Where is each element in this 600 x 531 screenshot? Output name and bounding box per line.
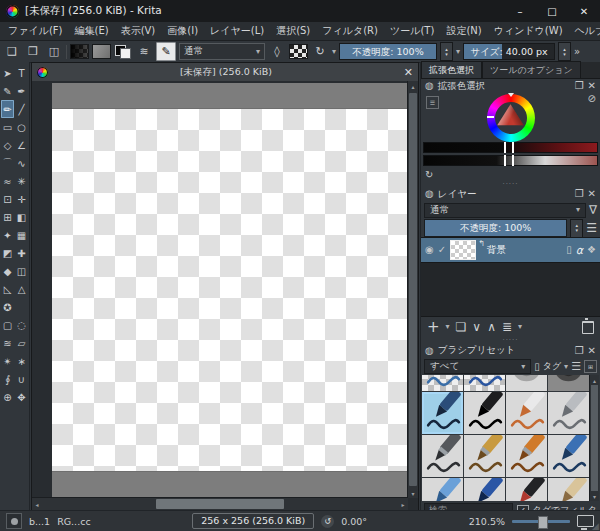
hue-ring[interactable] — [487, 94, 535, 142]
edit-shapes-tool[interactable]: ✎ — [1, 82, 14, 100]
brush-preset-paintbrush-dark[interactable] — [422, 435, 463, 477]
bezier-select-tool[interactable]: ∮ — [1, 370, 14, 388]
close-button[interactable]: ✕ — [568, 0, 600, 22]
color-slider-bottom[interactable] — [423, 155, 598, 166]
toolbar-overflow-button[interactable]: » — [574, 47, 580, 57]
add-layer-button[interactable]: + — [427, 320, 440, 335]
canvas-page[interactable] — [52, 83, 408, 498]
dynamic-brush-tool[interactable]: ≈ — [1, 172, 14, 190]
close-docker-icon[interactable]: ✕ — [588, 346, 596, 356]
enclose-fill-tool[interactable]: ◫ — [15, 262, 28, 280]
bezier-curve-tool[interactable]: ⌒ — [1, 154, 14, 172]
layer-lock-icon[interactable]: ▯ — [566, 245, 572, 255]
layer-filter-icon[interactable]: ∇ — [589, 204, 597, 216]
canvas-vertical-scrollbar[interactable]: ▴ ▾ — [407, 81, 418, 498]
save-button[interactable]: ◫ — [45, 43, 63, 60]
transform-tool[interactable]: ⊡ — [1, 190, 14, 208]
brush-size-slider[interactable]: サイズ: 40.00 px — [463, 43, 555, 60]
scroll-up-icon[interactable]: ▴ — [590, 375, 599, 385]
close-docker-icon[interactable]: ✕ — [588, 81, 596, 91]
horizontal-scroll-thumb[interactable] — [156, 499, 284, 509]
brush-preset-ballpoint-blue[interactable] — [464, 478, 505, 501]
select-shapes-tool[interactable]: ➤ — [1, 64, 14, 82]
crop-tool[interactable]: ⊞ — [1, 208, 14, 226]
move-layer-up-button[interactable]: ∧ — [487, 321, 496, 333]
fg-bg-colors-icon[interactable] — [114, 44, 132, 60]
canvas-transparent-checker[interactable] — [52, 109, 408, 472]
smart-patch-tool[interactable]: ✚ — [15, 244, 28, 262]
delete-layer-button[interactable] — [582, 321, 594, 334]
layer-visibility-icon[interactable]: ◉ — [425, 245, 434, 255]
pan-tool[interactable]: ✥ — [15, 388, 28, 406]
brush-option-lines-icon[interactable]: ≋ — [135, 43, 153, 60]
colorize-mask-tool[interactable]: ◩ — [1, 244, 14, 262]
layer-checkbox[interactable]: ✓ — [438, 245, 446, 255]
brush-preset-fineliner-white[interactable] — [506, 392, 547, 434]
canvas-window-titlebar[interactable]: [未保存] (256.0 KiB) ✕ — [32, 63, 418, 82]
docker-lock-icon[interactable]: ◍ — [425, 189, 434, 199]
size-spinner[interactable]: ▴▾ — [558, 42, 571, 61]
magic-wand-select-tool[interactable]: ✴ — [1, 352, 14, 370]
scroll-right-icon[interactable]: ▸ — [398, 498, 408, 510]
preset-filter-dropdown[interactable]: すべて ▾ — [424, 359, 531, 374]
storage-icon[interactable]: ⊞ — [584, 360, 597, 373]
freehand-select-tool[interactable]: ≋ — [1, 334, 14, 352]
pattern-edit-tool[interactable]: ▦ — [15, 226, 28, 244]
fill-tool[interactable]: ◆ — [1, 262, 14, 280]
brush-preview-chip[interactable] — [6, 513, 22, 529]
opacity-slider[interactable]: 不透明度: 100% — [339, 43, 437, 60]
brush-preset-ink-pen-blue[interactable] — [422, 392, 463, 434]
resize-grip[interactable]: ◢ — [592, 521, 599, 531]
chevron-down-icon[interactable]: ▾ — [518, 323, 522, 331]
rectangle-tool[interactable]: ▭ — [1, 118, 14, 136]
canvas-rotation-icon[interactable]: ↺ — [321, 515, 334, 528]
menu-item[interactable]: ファイル(F) — [2, 24, 69, 38]
gamut-mask-off-icon[interactable]: ⊘ — [588, 93, 596, 104]
docker-tab[interactable]: ツールのオプション — [482, 61, 581, 78]
text-tool[interactable]: T — [15, 64, 28, 82]
opacity-spinner[interactable]: ▴▾ — [440, 42, 453, 61]
docker-lock-icon[interactable]: ◍ — [425, 346, 434, 356]
zoom-slider[interactable] — [512, 520, 570, 523]
brush-preset-pen-metallic[interactable] — [548, 392, 589, 434]
eraser-mode-button[interactable]: ◊ — [268, 43, 286, 60]
zoom-slider-handle[interactable] — [538, 516, 548, 529]
similar-select-tool[interactable]: ∗ — [15, 352, 28, 370]
menu-item[interactable]: ウィンドウ(W) — [488, 24, 569, 38]
blend-mode-dropdown[interactable]: 通常 ▾ — [179, 43, 265, 60]
brush-preset-pencil-wood[interactable] — [548, 478, 589, 501]
menu-item[interactable]: 編集(E) — [69, 24, 115, 38]
preserve-alpha-button[interactable] — [289, 44, 308, 59]
menu-item[interactable]: レイヤー(L) — [204, 24, 270, 38]
assistants-tool[interactable]: ◺ — [1, 280, 14, 298]
polyline-tool[interactable]: ∠ — [15, 136, 28, 154]
chevron-down-icon[interactable]: ▾ — [456, 48, 460, 56]
magnetic-select-tool[interactable]: ∪ — [15, 370, 28, 388]
preset-menu-icon[interactable]: ☰ — [571, 361, 581, 372]
line-tool[interactable]: ╱ — [15, 100, 28, 118]
layer-properties-button[interactable]: ≣ — [502, 321, 512, 333]
scroll-down-icon[interactable]: ▾ — [590, 491, 599, 501]
menu-item[interactable]: 画像(I) — [161, 24, 204, 38]
vertical-scroll-thumb[interactable] — [409, 93, 417, 486]
ellipse-select-tool[interactable]: ◌ — [15, 316, 28, 334]
multibrush-tool[interactable]: ✳ — [15, 172, 28, 190]
docker-lock-icon[interactable]: ◍ — [425, 81, 434, 91]
chevron-down-icon[interactable]: ▾ — [332, 48, 336, 56]
tag-icon[interactable]: ▯ — [534, 362, 540, 372]
calligraphy-tool[interactable]: ✒ — [15, 82, 28, 100]
freehand-path-tool[interactable]: ∿ — [15, 154, 28, 172]
brush-preset-pencil-lightblue[interactable] — [422, 478, 463, 501]
layer-styles-icon[interactable]: ❖ — [587, 245, 596, 255]
brush-preset-ink-pen-black[interactable] — [464, 392, 505, 434]
gradient-chooser-button[interactable] — [70, 44, 89, 59]
layer-opacity-spinner[interactable]: ▴▾ — [570, 219, 583, 238]
brush-preset-eraser-block[interactable] — [422, 375, 463, 391]
layer-blend-mode-dropdown[interactable]: 通常 ▾ — [424, 203, 586, 218]
measure-tool[interactable]: △ — [15, 280, 28, 298]
scroll-up-icon[interactable]: ▴ — [408, 81, 418, 91]
canvas-horizontal-scrollbar[interactable]: ◂ ▸ — [32, 497, 408, 510]
close-docker-icon[interactable]: ✕ — [588, 189, 596, 199]
menu-item[interactable]: ツール(T) — [384, 24, 440, 38]
brush-preset-brush-soft-dark[interactable] — [548, 375, 589, 391]
